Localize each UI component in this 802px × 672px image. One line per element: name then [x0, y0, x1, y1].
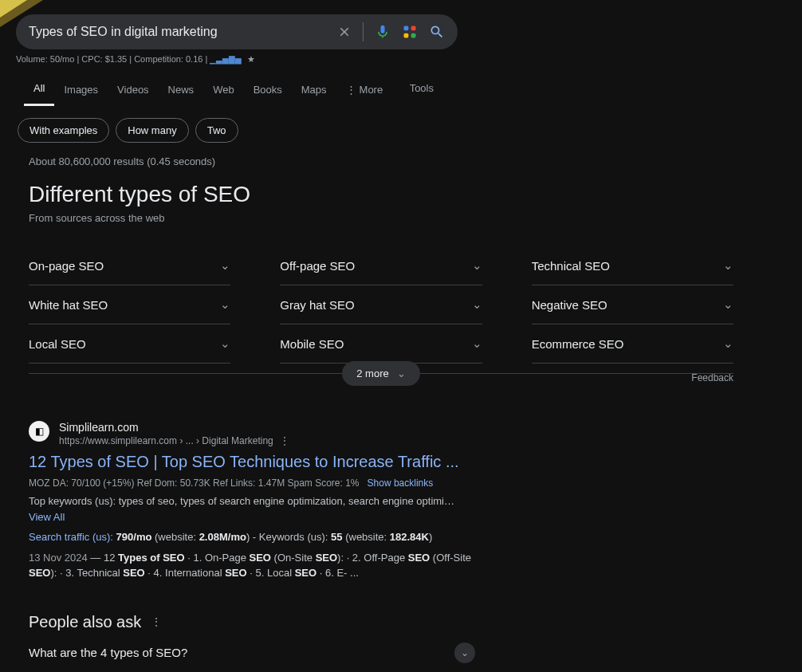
star-icon[interactable]: ★: [247, 54, 255, 64]
divider: [363, 22, 364, 41]
more-options-icon[interactable]: ⋮: [280, 435, 289, 446]
seo-extension-bar: Volume: 50/mo | CPC: $1.35 | Competition…: [0, 49, 802, 65]
chevron-down-icon: ⌄: [723, 258, 733, 273]
seo-type-item[interactable]: On-page SEO⌄: [29, 246, 230, 285]
view-all-link[interactable]: View All: [29, 511, 65, 523]
seo-type-item[interactable]: White hat SEO⌄: [29, 285, 230, 324]
svg-rect-1: [411, 26, 416, 31]
traffic-line: Search traffic (us): 790/mo (website: 2.…: [29, 529, 475, 545]
result-tabs: All Images Videos News Web Books Maps ⋮M…: [0, 65, 802, 107]
tab-news[interactable]: News: [159, 76, 204, 105]
svg-rect-2: [404, 33, 409, 38]
search-icon[interactable]: [429, 24, 445, 40]
corner-decoration: [0, 0, 43, 27]
seo-metrics: MOZ DA: 70/100 (+15%) Ref Dom: 50.73K Re…: [29, 477, 475, 489]
chevron-down-icon: ⌄: [220, 336, 230, 351]
mic-icon[interactable]: [375, 24, 391, 40]
chevron-down-icon: ⌄: [397, 367, 406, 379]
more-options-icon[interactable]: ⋮: [151, 615, 162, 628]
result-site-name: Simplilearn.com: [59, 421, 289, 434]
seo-type-item[interactable]: Gray hat SEO⌄: [280, 285, 482, 324]
tab-web[interactable]: Web: [203, 76, 244, 105]
tab-books[interactable]: Books: [244, 76, 292, 105]
search-input[interactable]: [29, 25, 337, 39]
hero-title: Different types of SEO: [29, 182, 733, 207]
tab-all[interactable]: All: [24, 74, 54, 106]
show-more-button[interactable]: 2 more ⌄: [342, 361, 419, 386]
clear-icon[interactable]: [337, 25, 352, 39]
seo-type-item[interactable]: Mobile SEO⌄: [280, 324, 482, 364]
svg-rect-3: [411, 33, 416, 38]
paa-title: People also ask: [29, 613, 141, 631]
favicon: ◧: [29, 421, 49, 442]
chevron-down-icon: ⌄: [220, 297, 230, 312]
seo-type-item[interactable]: Negative SEO⌄: [532, 285, 733, 324]
tab-images[interactable]: Images: [54, 76, 108, 105]
svg-rect-0: [404, 26, 409, 31]
chip-with-examples[interactable]: With examples: [18, 118, 109, 143]
chip-how-many[interactable]: How many: [116, 118, 188, 143]
seo-type-item[interactable]: Local SEO⌄: [29, 324, 230, 364]
chevron-down-icon: ⌄: [723, 297, 733, 312]
chevron-down-icon: ⌄: [220, 258, 230, 273]
chevron-down-icon: ⌄: [472, 297, 482, 312]
show-backlinks-link[interactable]: Show backlinks: [368, 477, 434, 489]
chevron-down-icon: ⌄: [472, 336, 482, 351]
chevron-down-icon: ⌄: [472, 258, 482, 273]
seo-type-item[interactable]: Technical SEO⌄: [532, 246, 733, 285]
tab-videos[interactable]: Videos: [108, 76, 159, 105]
result-title-link[interactable]: 12 Types of SEO | Top SEO Techniques to …: [29, 453, 475, 471]
seo-type-item[interactable]: Ecommerce SEO⌄: [532, 324, 733, 364]
hero-subtitle: From sources across the web: [29, 212, 733, 224]
result-stats: About 80,600,000 results (0.45 seconds): [0, 143, 802, 167]
paa-question[interactable]: What are the 4 types of SEO?⌄: [29, 631, 475, 673]
feedback-link[interactable]: Feedback: [691, 372, 733, 383]
top-keywords: Top keywords (us): types of seo, types o…: [29, 493, 475, 525]
lens-icon[interactable]: [402, 24, 418, 40]
bars-icon: ▁▃▅▇▅: [210, 55, 242, 64]
chevron-down-icon: ⌄: [454, 643, 475, 663]
tools-button[interactable]: Tools: [400, 74, 443, 102]
tab-maps[interactable]: Maps: [292, 76, 336, 105]
result-snippet: 13 Nov 2024 — 12 Types of SEO · 1. On-Pa…: [29, 550, 475, 581]
tab-more[interactable]: ⋮More: [336, 76, 393, 105]
search-box: [16, 14, 458, 49]
seo-type-item[interactable]: Off-page SEO⌄: [280, 246, 482, 285]
result-url: https://www.simplilearn.com › ... › Digi…: [59, 435, 289, 446]
chevron-down-icon: ⌄: [723, 336, 733, 351]
chip-two[interactable]: Two: [195, 118, 238, 143]
